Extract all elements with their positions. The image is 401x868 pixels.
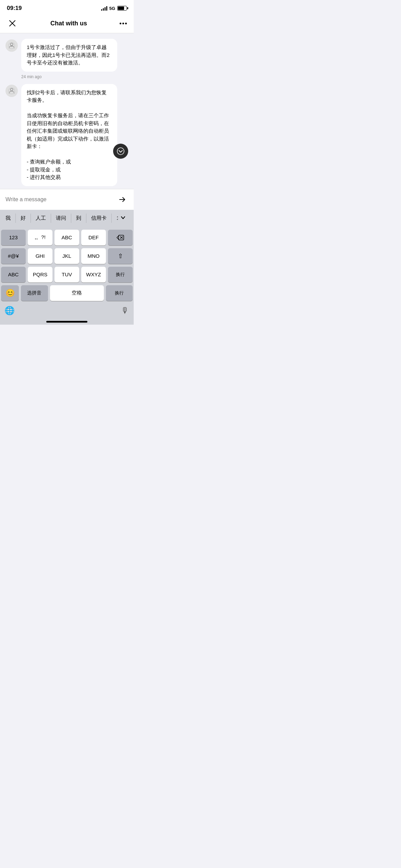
status-bar: 09:19 5G bbox=[0, 0, 134, 14]
message-row: 找到2号卡后，请联系我们为您恢复卡服务。当成功恢复卡服务后，请在三个工作日使用旧… bbox=[5, 84, 128, 186]
close-button[interactable] bbox=[7, 18, 18, 29]
keyboard: 123 ,。?! ABC DEF #@¥ GHI JKL MNO ⇧ ABC P… bbox=[0, 227, 134, 325]
svg-point-2 bbox=[10, 43, 13, 46]
chat-area: 1号卡激活过了，但由于升级了卓越理财，因此1号卡已无法再适用。而2号卡至今还没有… bbox=[0, 33, 134, 186]
key-symbols[interactable]: #@¥ bbox=[1, 248, 26, 264]
key-abc[interactable]: ABC bbox=[54, 230, 79, 245]
keyboard-row-4: 😊 选拼音 空格 换行 bbox=[1, 285, 133, 301]
home-bar bbox=[46, 321, 87, 323]
svg-point-6 bbox=[117, 148, 124, 155]
key-jkl[interactable]: JKL bbox=[54, 248, 79, 264]
message-bubble: 找到2号卡后，请联系我们为您恢复卡服务。当成功恢复卡服务后，请在三个工作日使用旧… bbox=[21, 84, 117, 186]
message-bubble: 1号卡激活过了，但由于升级了卓越理财，因此1号卡已无法再适用。而2号卡至今还没有… bbox=[21, 39, 117, 72]
message-timestamp: 24 min ago bbox=[21, 74, 128, 79]
predictive-word[interactable]: 人工 bbox=[31, 214, 51, 223]
keyboard-row-1: 123 ,。?! ABC DEF bbox=[1, 230, 133, 245]
key-pinyin[interactable]: 选拼音 bbox=[21, 285, 48, 301]
key-abc-switch[interactable]: ABC bbox=[1, 267, 26, 282]
key-wxyz[interactable]: WXYZ bbox=[81, 267, 106, 282]
predictive-text-bar: 我 好 人工 请问 到 信用卡 1 bbox=[0, 210, 134, 227]
keyboard-bottom-row: 🌐 🎙 bbox=[1, 304, 133, 319]
predictive-expand-button[interactable] bbox=[118, 213, 128, 224]
predictive-word[interactable]: 我 bbox=[5, 214, 16, 223]
nav-bar: Chat with us bbox=[0, 14, 134, 33]
predictive-word[interactable]: 好 bbox=[16, 214, 31, 223]
key-caps[interactable]: ⇧ bbox=[108, 248, 133, 264]
key-emoji[interactable]: 😊 bbox=[1, 285, 19, 301]
message-row: 1号卡激活过了，但由于升级了卓越理财，因此1号卡已无法再适用。而2号卡至今还没有… bbox=[5, 39, 128, 72]
predictive-word[interactable]: 请问 bbox=[51, 214, 71, 223]
status-time: 09:19 bbox=[7, 5, 22, 12]
status-icons: 5G bbox=[101, 6, 127, 11]
key-delete[interactable] bbox=[108, 230, 133, 245]
signal-icon bbox=[101, 6, 107, 11]
keyboard-row-3: ABC PQRS TUV WXYZ 换行 bbox=[1, 267, 133, 282]
key-123[interactable]: 123 bbox=[1, 230, 26, 245]
predictive-word[interactable]: 到 bbox=[71, 214, 86, 223]
page-title: Chat with us bbox=[50, 20, 87, 27]
more-options-button[interactable] bbox=[120, 23, 127, 24]
key-def[interactable]: DEF bbox=[81, 230, 106, 245]
predictive-word[interactable]: 1 bbox=[112, 214, 118, 223]
message-text: 1号卡激活过了，但由于升级了卓越理财，因此1号卡已无法再适用。而2号卡至今还没有… bbox=[27, 44, 110, 65]
key-tuv[interactable]: TUV bbox=[54, 267, 79, 282]
keyboard-row-2: #@¥ GHI JKL MNO ⇧ bbox=[1, 248, 133, 264]
key-mno[interactable]: MNO bbox=[81, 248, 106, 264]
avatar bbox=[5, 39, 18, 52]
predictive-word[interactable]: 信用卡 bbox=[86, 214, 112, 223]
globe-icon[interactable]: 🌐 bbox=[4, 306, 15, 315]
avatar bbox=[5, 85, 18, 97]
network-type: 5G bbox=[109, 6, 115, 11]
svg-point-4 bbox=[10, 88, 13, 91]
key-punctuation[interactable]: ,。?! bbox=[28, 230, 52, 245]
key-space[interactable]: 空格 bbox=[50, 285, 104, 301]
predictive-words: 我 好 人工 请问 到 信用卡 1 bbox=[5, 214, 118, 223]
key-return-2[interactable]: 换行 bbox=[106, 285, 133, 301]
key-pqrs[interactable]: PQRS bbox=[28, 267, 52, 282]
message-text: 找到2号卡后，请联系我们为您恢复卡服务。当成功恢复卡服务后，请在三个工作日使用旧… bbox=[27, 89, 109, 180]
key-return[interactable]: 换行 bbox=[108, 267, 133, 282]
key-ghi[interactable]: GHI bbox=[28, 248, 52, 264]
battery-icon bbox=[117, 6, 127, 11]
scroll-down-button[interactable] bbox=[113, 144, 128, 159]
input-area bbox=[0, 189, 134, 210]
home-indicator bbox=[1, 319, 133, 323]
microphone-icon[interactable]: 🎙 bbox=[121, 306, 129, 315]
send-button[interactable] bbox=[116, 193, 128, 206]
message-input[interactable] bbox=[5, 196, 112, 203]
chat-wrapper: 1号卡激活过了，但由于升级了卓越理财，因此1号卡已无法再适用。而2号卡至今还没有… bbox=[0, 33, 134, 186]
